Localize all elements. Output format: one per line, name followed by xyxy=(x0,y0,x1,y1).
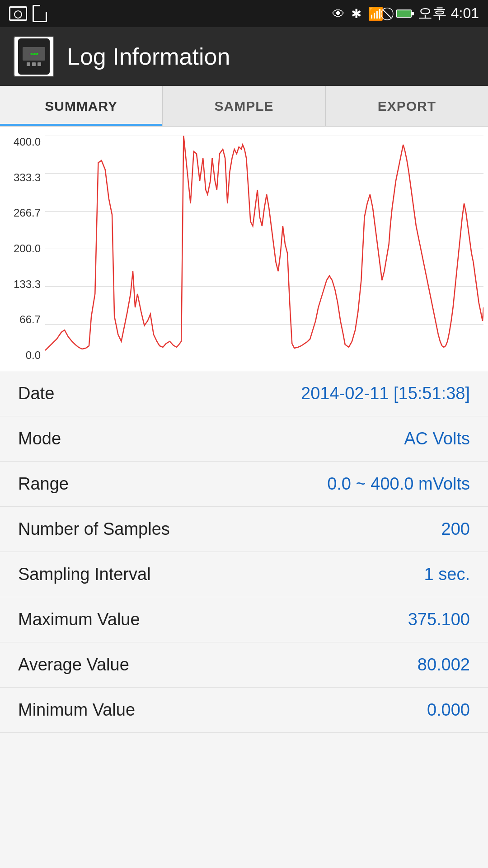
label-range: Range xyxy=(18,474,69,494)
y-label-1: 66.7 xyxy=(19,313,41,326)
photo-icon xyxy=(9,6,27,21)
value-avg: 80.002 xyxy=(418,655,470,675)
label-interval: Sampling Interval xyxy=(18,565,151,584)
info-row-mode: Mode AC Volts xyxy=(0,416,488,462)
status-bar-left xyxy=(9,5,47,22)
bluetooth-icon: ✱ xyxy=(351,6,361,21)
info-row-range: Range 0.0 ~ 400.0 mVolts xyxy=(0,462,488,507)
value-samples: 200 xyxy=(441,519,470,539)
value-date: 2014-02-11 [15:51:38] xyxy=(301,384,470,403)
info-row-max: Maximum Value 375.100 xyxy=(0,597,488,642)
label-min: Minimum Value xyxy=(18,700,135,720)
status-bar-right: 👁 ✱ 📶 ⃠ 오후 4:01 xyxy=(332,4,479,24)
info-row-date: Date 2014-02-11 [15:51:38] xyxy=(0,371,488,416)
wifi-icon: 📶 xyxy=(368,6,384,21)
value-min: 0.000 xyxy=(427,700,470,720)
tab-export[interactable]: EXPORT xyxy=(326,86,488,126)
y-label-2: 133.3 xyxy=(14,278,41,291)
status-bar: 👁 ✱ 📶 ⃠ 오후 4:01 xyxy=(0,0,488,27)
tab-summary[interactable]: SUMMARY xyxy=(0,86,163,126)
info-row-min: Minimum Value 0.000 xyxy=(0,688,488,733)
info-row-samples: Number of Samples 200 xyxy=(0,507,488,552)
label-date: Date xyxy=(18,384,54,403)
status-time: 오후 4:01 xyxy=(418,4,479,24)
y-label-6: 400.0 xyxy=(14,136,41,148)
app-title: Log Information xyxy=(67,43,230,70)
file-icon xyxy=(33,5,47,22)
eye-icon: 👁 xyxy=(332,6,345,21)
label-samples: Number of Samples xyxy=(18,519,170,539)
tabs-container: SUMMARY SAMPLE EXPORT xyxy=(0,86,488,127)
info-row-interval: Sampling Interval 1 sec. xyxy=(0,552,488,597)
info-table: Date 2014-02-11 [15:51:38] Mode AC Volts… xyxy=(0,371,488,733)
value-max: 375.100 xyxy=(408,610,470,629)
y-label-0: 0.0 xyxy=(26,349,41,362)
info-row-avg: Average Value 80.002 xyxy=(0,642,488,688)
y-label-3: 200.0 xyxy=(14,242,41,255)
y-axis: 400.0 333.3 266.7 200.0 133.3 66.7 0.0 xyxy=(0,136,45,362)
chart-plot xyxy=(45,136,483,362)
chart-container: 400.0 333.3 266.7 200.0 133.3 66.7 0.0 xyxy=(0,127,488,371)
label-max: Maximum Value xyxy=(18,610,140,629)
app-icon: DMM xyxy=(14,36,54,77)
value-interval: 1 sec. xyxy=(424,565,470,584)
chart-inner: 400.0 333.3 266.7 200.0 133.3 66.7 0.0 xyxy=(0,136,483,362)
label-avg: Average Value xyxy=(18,655,129,675)
app-bar: DMM Log Information xyxy=(0,27,488,86)
battery-icon xyxy=(396,9,412,18)
value-mode: AC Volts xyxy=(404,429,470,448)
value-range: 0.0 ~ 400.0 mVolts xyxy=(327,474,470,494)
y-label-4: 266.7 xyxy=(14,207,41,219)
chart-svg xyxy=(45,136,483,362)
label-mode: Mode xyxy=(18,429,61,448)
tab-sample[interactable]: SAMPLE xyxy=(163,86,325,126)
y-label-5: 333.3 xyxy=(14,171,41,184)
